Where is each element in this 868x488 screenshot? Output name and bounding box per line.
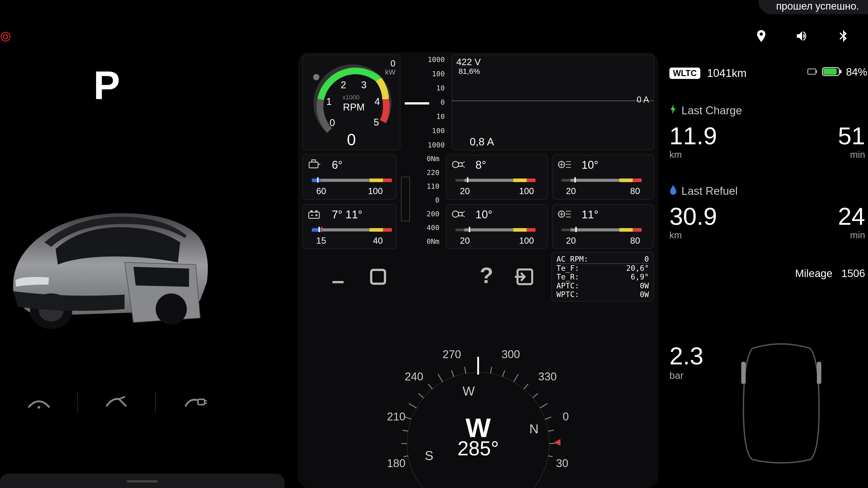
svg-line-96: [418, 393, 424, 398]
rpm-value: 0: [347, 131, 356, 149]
brand-logo-icon: [0, 31, 11, 42]
svg-rect-29: [310, 210, 313, 212]
temp-motor-r: 10° 20100: [446, 204, 548, 249]
vehicle-top-view[interactable]: [739, 342, 824, 464]
svg-rect-20: [312, 160, 315, 162]
stop-button[interactable]: [365, 263, 392, 290]
temp-battery: 7° 11° 1540: [303, 204, 397, 249]
compass-deg: 285°: [458, 437, 499, 460]
drop-icon: [670, 185, 677, 197]
svg-line-90: [452, 370, 454, 377]
svg-rect-23: [312, 178, 321, 182]
svg-rect-28: [309, 212, 319, 218]
svg-text:4: 4: [374, 96, 380, 107]
tire-pressure: 2.3: [670, 342, 704, 370]
svg-rect-68: [633, 178, 642, 182]
svg-line-93: [524, 384, 528, 389]
svg-rect-82: [371, 270, 385, 284]
hood-button[interactable]: [0, 385, 78, 420]
svg-line-100: [405, 417, 411, 419]
svg-line-89: [502, 370, 505, 377]
svg-rect-19: [309, 162, 318, 168]
rpm-gauge: 0 1 2 3 4 5 x1000 RPM 0 0 kW: [303, 55, 400, 150]
svg-rect-49: [467, 177, 468, 183]
svg-rect-38: [383, 228, 392, 232]
svg-line-105: [548, 456, 553, 457]
motor-icon: [451, 159, 467, 171]
temp-engine: 6° 60100: [303, 155, 397, 200]
svg-text:0: 0: [330, 117, 335, 128]
svg-point-50: [452, 211, 459, 217]
graph-reading: 0 A: [637, 95, 649, 104]
svg-rect-56: [513, 228, 527, 232]
help-button[interactable]: ?: [471, 263, 498, 290]
bluetooth-icon[interactable]: [836, 29, 850, 44]
engine-icon: [307, 159, 321, 171]
svg-text:3: 3: [361, 79, 367, 90]
svg-rect-7: [198, 399, 205, 404]
svg-rect-114: [741, 362, 746, 384]
svg-rect-35: [312, 228, 322, 232]
svg-text:x1000: x1000: [342, 94, 360, 101]
battery-icon: [307, 208, 321, 221]
power-scale: 1000 100 10 0 10 100 1000: [405, 55, 447, 150]
svg-rect-55: [464, 228, 513, 231]
svg-point-1: [3, 34, 8, 39]
trunk-button[interactable]: [78, 385, 156, 420]
svg-point-5: [156, 293, 187, 325]
svg-text:?: ?: [480, 266, 493, 288]
svg-text:1: 1: [326, 96, 332, 107]
svg-rect-27: [317, 177, 318, 183]
svg-rect-37: [370, 228, 383, 232]
inverter-icon: [557, 208, 573, 221]
svg-rect-107: [477, 357, 479, 375]
svg-line-94: [428, 384, 432, 389]
torque-scale: 0Nm 220 110 0 200 400 0Nm: [401, 155, 442, 249]
svg-text:RPM: RPM: [343, 102, 365, 112]
diagnostics-panel: 0 1 2 3 4 5 x1000 RPM 0 0 kW 1000 100 10…: [298, 52, 658, 488]
soc-value: 81,6%: [459, 67, 480, 75]
media-card[interactable]: Wave Fast Boy, Raf: [0, 474, 285, 488]
svg-rect-78: [619, 228, 633, 232]
svg-rect-67: [619, 178, 633, 182]
svg-rect-112: [823, 68, 837, 75]
svg-point-0: [1, 32, 10, 41]
motor-icon: [451, 208, 467, 221]
svg-line-106: [404, 456, 408, 457]
last-charge-header: Last Charge: [670, 104, 865, 117]
last-charge-km: 11.9: [670, 124, 717, 148]
location-icon[interactable]: [754, 29, 768, 44]
range-value: 1041km: [707, 67, 747, 79]
svg-rect-58: [469, 227, 470, 232]
charge-port-button[interactable]: [156, 385, 234, 420]
temp-motor-f: 8° 20100: [446, 155, 548, 200]
compass: W 285° 270 300 240 330 210 0 180 30 W N …: [378, 332, 578, 488]
svg-rect-40: [321, 227, 322, 232]
volume-icon[interactable]: [795, 29, 809, 44]
svg-rect-77: [570, 228, 619, 231]
svg-line-95: [533, 393, 538, 398]
voltage-value: 422 V: [456, 57, 481, 67]
trip-panel: WLTC 1041km 84% Last Charge 11.9km 51min…: [670, 67, 865, 464]
minimize-button[interactable]: [325, 263, 351, 290]
svg-marker-108: [554, 439, 560, 446]
svg-rect-48: [527, 178, 535, 182]
svg-rect-25: [370, 178, 383, 182]
last-refuel-header: Last Refuel: [670, 185, 865, 197]
svg-line-101: [548, 430, 554, 431]
temp-inverter-r: 11° 2080: [552, 204, 654, 249]
inverter-icon: [557, 159, 573, 171]
svg-point-6: [38, 406, 40, 409]
exit-button[interactable]: [512, 263, 538, 290]
power-kw: 0 kW: [385, 59, 395, 76]
last-charge-min: 51: [838, 124, 865, 148]
svg-line-88: [465, 367, 466, 373]
svg-point-41: [452, 161, 459, 168]
svg-rect-109: [808, 69, 816, 74]
vehicle-3d-view[interactable]: [0, 167, 222, 345]
svg-rect-39: [318, 227, 320, 232]
svg-rect-66: [570, 179, 619, 182]
svg-rect-110: [816, 70, 817, 73]
svg-rect-36: [322, 228, 370, 231]
svg-line-87: [491, 367, 492, 373]
